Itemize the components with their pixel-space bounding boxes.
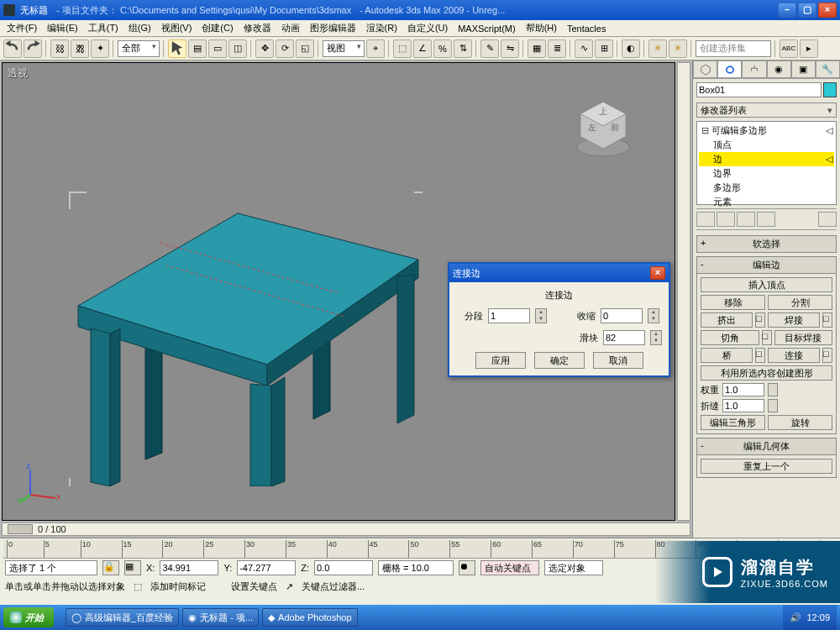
render-setup-button[interactable]: ☀: [648, 39, 667, 58]
autokey-toggle[interactable]: ⏺: [459, 560, 475, 575]
menu-tools[interactable]: 工具(T): [85, 20, 122, 36]
link-button[interactable]: ⛓: [50, 39, 69, 58]
start-button[interactable]: 开始: [3, 607, 54, 627]
viewcube-gizmo[interactable]: 上 左 前: [565, 88, 641, 164]
weld-button[interactable]: 焊接: [768, 312, 820, 328]
align-button[interactable]: ▦: [528, 39, 546, 58]
viewport-scrollbar-horizontal[interactable]: 0 / 100: [2, 522, 690, 536]
crease-spinner[interactable]: [768, 399, 778, 412]
menu-modifier[interactable]: 修改器: [240, 20, 275, 36]
tray-icon[interactable]: 🔊: [790, 612, 801, 623]
maximize-button[interactable]: ▢: [798, 3, 816, 18]
crease-input[interactable]: [722, 399, 764, 412]
schematic-view-button[interactable]: ⊞: [595, 39, 613, 58]
menu-animation[interactable]: 动画: [278, 20, 303, 36]
rollout-soft-selection-header[interactable]: +软选择: [696, 235, 837, 253]
task-item-3[interactable]: ◆ Adobe Photoshop: [262, 608, 357, 627]
stack-polygon[interactable]: 多边形: [699, 181, 834, 195]
toggle-button[interactable]: ▸: [800, 39, 818, 58]
segments-spinner[interactable]: ▲▼: [535, 308, 547, 323]
pinch-input[interactable]: [601, 308, 643, 323]
render-button[interactable]: ☀: [669, 39, 687, 58]
viewport-scrollbar-vertical[interactable]: [677, 62, 690, 521]
snap-toggle-button[interactable]: ⬚: [393, 39, 412, 58]
stack-root[interactable]: ⊟可编辑多边形◁: [699, 123, 834, 138]
object-name-input[interactable]: [696, 82, 822, 97]
menu-file[interactable]: 文件(F): [3, 20, 40, 36]
rect-select-button[interactable]: ▭: [208, 39, 227, 58]
angle-snap-button[interactable]: ∠: [413, 39, 432, 58]
setkey-button[interactable]: 设置关键点: [231, 580, 277, 593]
bridge-settings-button[interactable]: □: [755, 348, 765, 363]
add-time-tag[interactable]: 添加时间标记: [150, 580, 206, 593]
material-editor-button[interactable]: ◐: [622, 39, 640, 58]
menu-customize[interactable]: 自定义(U): [404, 20, 451, 36]
menu-render[interactable]: 渲染(R): [363, 20, 401, 36]
repeat-last-button[interactable]: 重复上一个: [701, 459, 832, 474]
close-button[interactable]: ×: [818, 3, 837, 18]
table-mesh[interactable]: [61, 134, 423, 486]
make-unique-button[interactable]: [737, 212, 755, 227]
connect-settings-button[interactable]: □: [822, 348, 832, 363]
unlink-button[interactable]: ⛓̸: [71, 39, 89, 58]
slide-input[interactable]: [603, 330, 645, 345]
abc-button[interactable]: ABC: [780, 39, 798, 58]
menu-tentacles[interactable]: Tentacles: [564, 22, 609, 35]
rollout-edit-edge-header[interactable]: -编辑边: [696, 256, 837, 274]
menu-group[interactable]: 组(G): [125, 20, 155, 36]
hierarchy-tab[interactable]: [742, 60, 766, 78]
stack-border[interactable]: 边界: [699, 166, 834, 181]
named-selection-input[interactable]: 创建选择集: [696, 40, 771, 57]
slide-spinner[interactable]: ▲▼: [650, 330, 662, 345]
x-input[interactable]: [160, 560, 218, 575]
create-shape-button[interactable]: 利用所选内容创建图形: [701, 365, 832, 381]
menu-graph-editor[interactable]: 图形编辑器: [307, 20, 360, 36]
percent-snap-button[interactable]: %: [433, 39, 452, 58]
menu-create[interactable]: 创建(C): [198, 20, 236, 36]
menu-view[interactable]: 视图(V): [158, 20, 196, 36]
task-item-2[interactable]: ◉ 无标题 - 项...: [182, 608, 259, 627]
insert-vertex-button[interactable]: 插入顶点: [701, 277, 832, 292]
rotate-tri-button[interactable]: 旋转: [768, 415, 832, 430]
create-tab[interactable]: [693, 60, 717, 78]
dialog-apply-button[interactable]: 应用: [475, 352, 526, 369]
modifier-stack[interactable]: ⊟可编辑多边形◁ 顶点 边◁ 边界 多边形 元素: [696, 121, 837, 205]
redo-button[interactable]: [24, 39, 42, 58]
menu-maxscript[interactable]: MAXScript(M): [454, 22, 518, 35]
y-input[interactable]: [237, 560, 296, 575]
pinch-spinner[interactable]: ▲▼: [648, 308, 659, 323]
motion-tab[interactable]: ◉: [767, 60, 791, 78]
scale-button[interactable]: ◱: [296, 39, 314, 58]
z-input[interactable]: [314, 560, 373, 575]
edit-named-sel-button[interactable]: ✎: [480, 39, 499, 58]
move-button[interactable]: ✥: [255, 39, 274, 58]
window-crossing-button[interactable]: ◫: [228, 39, 247, 58]
menu-help[interactable]: 帮助(H): [522, 20, 560, 36]
select-by-name-button[interactable]: ▤: [188, 39, 207, 58]
utilities-tab[interactable]: 🔧: [816, 60, 840, 78]
weld-settings-button[interactable]: □: [822, 312, 832, 328]
key-filters-expand[interactable]: ↗: [286, 581, 293, 592]
configure-sets-button[interactable]: [818, 212, 837, 227]
system-tray[interactable]: 🔊 12:09: [783, 605, 837, 630]
autokey-button[interactable]: 自动关键点: [480, 560, 539, 575]
chamfer-button[interactable]: 切角: [701, 330, 759, 345]
undo-button[interactable]: [3, 39, 22, 58]
pin-stack-button[interactable]: [696, 212, 715, 227]
lock-selection-button[interactable]: 🔒: [102, 560, 119, 575]
extrude-settings-button[interactable]: □: [755, 312, 765, 328]
layers-button[interactable]: ≣: [548, 39, 566, 58]
spinner-snap-button[interactable]: ⇅: [454, 39, 472, 58]
pivot-button[interactable]: ⌖: [366, 39, 385, 58]
split-button[interactable]: 分割: [768, 295, 832, 310]
connect-button[interactable]: 连接: [768, 348, 820, 363]
target-weld-button[interactable]: 目标焊接: [774, 330, 833, 345]
key-filters-button[interactable]: 关键点过滤器...: [302, 580, 365, 593]
rollout-edit-geo-header[interactable]: -编辑几何体: [696, 438, 837, 455]
task-item-1[interactable]: ◯ 高级编辑器_百度经验: [66, 608, 179, 627]
bridge-button[interactable]: 桥: [701, 348, 753, 363]
selection-filter-combo[interactable]: 全部: [118, 40, 160, 57]
segments-input[interactable]: [488, 308, 530, 323]
weight-spinner[interactable]: [768, 383, 778, 396]
dialog-close-button[interactable]: ×: [650, 266, 665, 280]
